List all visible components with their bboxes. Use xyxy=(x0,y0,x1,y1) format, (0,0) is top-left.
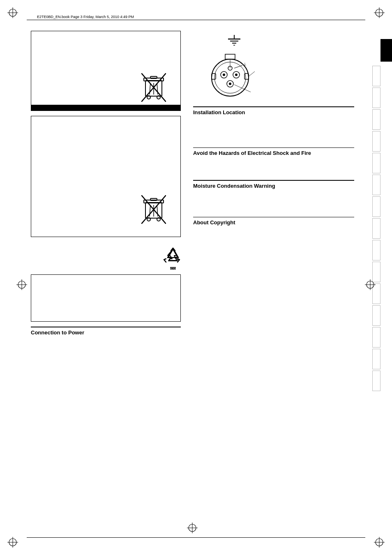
right-column: ⊥ Installation Location Avoid the Hazard xyxy=(193,31,366,266)
bottom-center-mark xyxy=(187,523,198,534)
avoid-hazards-heading: Avoid the Hazards of Electrical Shock an… xyxy=(193,150,354,156)
about-copyright-section: About Copyright xyxy=(193,217,366,261)
reg-mark-tr xyxy=(374,7,385,18)
side-tab-5 xyxy=(372,153,380,173)
svg-rect-24 xyxy=(150,198,157,200)
box1-black-bar xyxy=(31,105,180,111)
weee-icon-1 xyxy=(141,73,166,103)
side-tab-3 xyxy=(372,109,380,130)
header-text: E2TE0BD_EN.book Page 3 Friday, March 5, … xyxy=(37,15,134,19)
side-tab-12 xyxy=(372,305,380,326)
left-center-mark xyxy=(16,279,27,291)
svg-point-46 xyxy=(223,74,225,76)
svg-rect-52 xyxy=(225,54,235,59)
svg-text:⊥: ⊥ xyxy=(243,62,247,66)
svg-line-32 xyxy=(173,248,178,258)
moisture-warning-heading: Moisture Condensation Warning xyxy=(193,183,354,189)
side-tab-14 xyxy=(372,349,380,369)
page: E2TE0BD_EN.book Page 3 Friday, March 5, … xyxy=(0,0,392,555)
installation-location-section: Installation Location xyxy=(193,106,366,143)
reg-mark-bl xyxy=(7,537,18,548)
header-rule xyxy=(27,20,365,20)
side-tab-8 xyxy=(372,218,380,239)
connector-image: ⊥ xyxy=(201,51,259,100)
side-tabs xyxy=(372,66,380,391)
side-tab-2 xyxy=(372,88,380,108)
side-tab-15 xyxy=(372,371,380,391)
chapter-tab xyxy=(380,39,392,62)
footer-rule xyxy=(27,537,365,538)
side-tab-9 xyxy=(372,240,380,260)
about-copyright-heading: About Copyright xyxy=(193,219,354,226)
connection-to-power-divider: Connection to Power xyxy=(31,327,181,336)
avoid-hazards-section: Avoid the Hazards of Electrical Shock an… xyxy=(193,147,366,175)
reg-mark-tl xyxy=(7,7,18,18)
box-weee-2 xyxy=(31,116,181,237)
box-weee-1 xyxy=(31,31,181,111)
reg-mark-br xyxy=(374,537,385,548)
recycle-icon: RECYCLE xyxy=(160,247,186,271)
ground-symbol xyxy=(210,35,259,48)
svg-text:RECYCLE: RECYCLE xyxy=(168,267,178,269)
svg-point-48 xyxy=(229,83,231,85)
svg-rect-14 xyxy=(150,76,157,78)
weee-icon-2 xyxy=(141,195,166,225)
installation-location-heading: Installation Location xyxy=(193,109,354,115)
box-power xyxy=(31,274,181,322)
moisture-warning-section: Moisture Condensation Warning xyxy=(193,180,366,212)
connection-to-power-heading: Connection to Power xyxy=(31,329,181,336)
svg-line-55 xyxy=(249,71,255,76)
side-tab-1 xyxy=(372,66,380,86)
side-tab-6 xyxy=(372,175,380,195)
svg-point-47 xyxy=(235,74,238,76)
side-tab-13 xyxy=(372,327,380,348)
side-tab-7 xyxy=(372,196,380,217)
right-center-mark xyxy=(365,279,376,291)
side-tab-4 xyxy=(372,131,380,152)
